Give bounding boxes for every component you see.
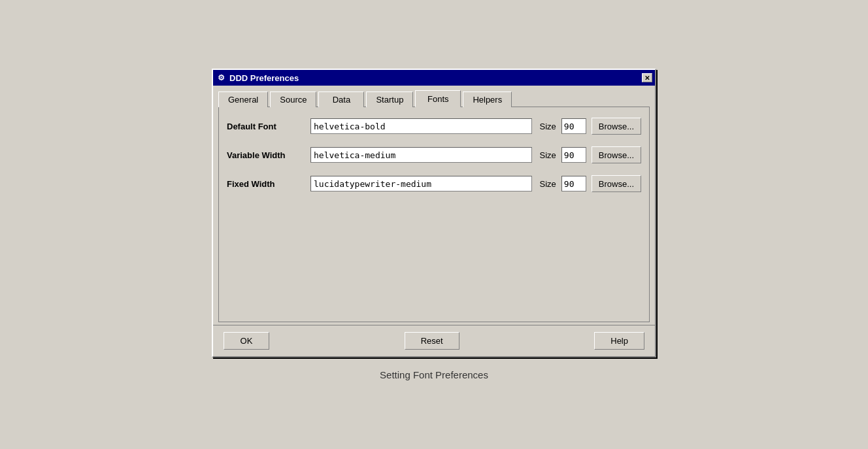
caption: Setting Font Preferences — [380, 369, 488, 380]
help-button[interactable]: Help — [594, 332, 644, 350]
default-font-input[interactable] — [310, 118, 532, 134]
page-wrapper: ⚙ DDD Preferences ✕ General Source Data … — [212, 69, 656, 380]
fixed-width-input[interactable] — [310, 176, 532, 191]
variable-width-browse-button[interactable]: Browse... — [592, 146, 641, 163]
default-font-size-label: Size — [540, 122, 556, 131]
content-area: Default Font Size Browse... Variable Wid… — [218, 107, 650, 322]
default-font-browse-button[interactable]: Browse... — [592, 118, 641, 135]
tab-helpers[interactable]: Helpers — [463, 91, 512, 107]
dialog: ⚙ DDD Preferences ✕ General Source Data … — [212, 69, 656, 358]
ddd-icon: ⚙ — [216, 73, 226, 83]
fixed-width-label: Fixed Width — [227, 179, 305, 189]
close-button[interactable]: ✕ — [642, 73, 652, 82]
default-font-size-input[interactable] — [561, 118, 586, 134]
tab-general[interactable]: General — [218, 91, 268, 107]
variable-width-row: Variable Width Size Browse... — [227, 146, 641, 163]
reset-button[interactable]: Reset — [405, 332, 459, 350]
variable-width-label: Variable Width — [227, 150, 305, 160]
fixed-width-browse-button[interactable]: Browse... — [592, 175, 641, 192]
tab-data[interactable]: Data — [318, 91, 364, 107]
ok-button[interactable]: OK — [224, 332, 269, 350]
title-bar-left: ⚙ DDD Preferences — [216, 73, 299, 83]
variable-width-input[interactable] — [310, 147, 532, 163]
tab-fonts[interactable]: Fonts — [415, 90, 461, 107]
tab-bar: General Source Data Startup Fonts Helper… — [213, 86, 655, 107]
default-font-label: Default Font — [227, 122, 305, 131]
variable-width-size-input[interactable] — [561, 147, 586, 163]
dialog-title: DDD Preferences — [229, 73, 299, 83]
button-bar: OK Reset Help — [213, 325, 655, 356]
fixed-width-size-input[interactable] — [561, 176, 586, 191]
fixed-width-row: Fixed Width Size Browse... — [227, 175, 641, 192]
tab-source[interactable]: Source — [270, 91, 316, 107]
variable-width-size-label: Size — [540, 150, 556, 160]
tab-startup[interactable]: Startup — [366, 91, 413, 107]
default-font-row: Default Font Size Browse... — [227, 118, 641, 135]
fixed-width-size-label: Size — [540, 179, 556, 189]
title-bar: ⚙ DDD Preferences ✕ — [213, 70, 655, 86]
